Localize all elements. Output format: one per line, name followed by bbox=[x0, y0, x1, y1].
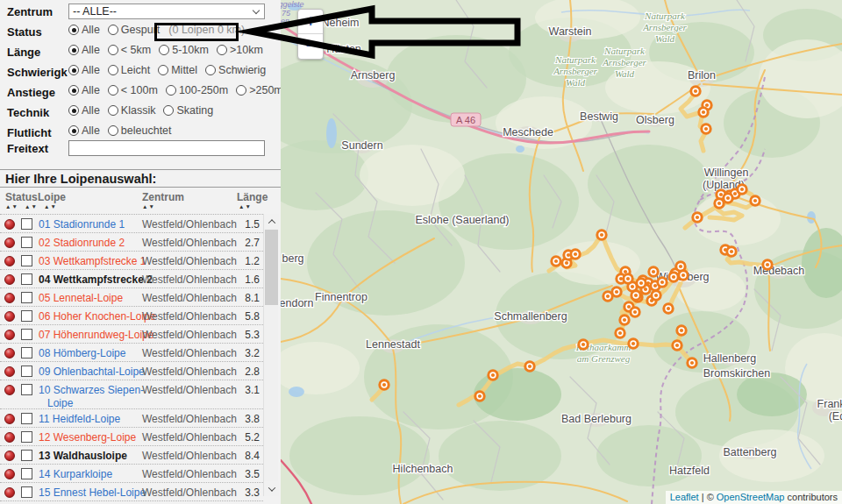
radio-button[interactable] bbox=[159, 45, 169, 55]
trail-name-link[interactable]: 04 Wettkampfstrecke 2 bbox=[39, 273, 153, 286]
trail-marker[interactable] bbox=[763, 260, 772, 269]
trail-marker[interactable] bbox=[699, 108, 708, 117]
sort-arrows[interactable]: ▲▼ bbox=[25, 203, 38, 209]
trail-marker[interactable] bbox=[637, 279, 646, 287]
radio-button[interactable] bbox=[68, 85, 79, 96]
trail-marker[interactable] bbox=[677, 326, 686, 335]
trail-checkbox[interactable] bbox=[21, 255, 32, 266]
scroll-down-button[interactable] bbox=[264, 481, 279, 496]
trail-name-link[interactable]: 15 Ennest Hebel-Loipe bbox=[39, 486, 146, 499]
trail-name-link[interactable]: 03 Wettkampfstrecke 1 bbox=[39, 255, 146, 267]
radio-button[interactable] bbox=[68, 45, 79, 55]
trail-name-link[interactable]: 02 Stadionrunde 2 bbox=[39, 237, 125, 249]
trail-marker[interactable] bbox=[649, 267, 658, 276]
trail-checkbox[interactable] bbox=[21, 292, 32, 303]
trail-marker[interactable] bbox=[673, 341, 681, 350]
sort-arrows[interactable]: ▲▼ bbox=[239, 203, 252, 209]
trail-checkbox[interactable] bbox=[21, 347, 32, 358]
trail-name-link-line2[interactable]: Loipe bbox=[47, 397, 73, 409]
trail-name-link[interactable]: 09 Ohlenbachtal-Loipe bbox=[39, 366, 145, 378]
trail-marker[interactable] bbox=[669, 273, 678, 281]
trail-marker[interactable] bbox=[664, 304, 673, 313]
scroll-up-button[interactable] bbox=[264, 214, 279, 229]
radio-button[interactable] bbox=[108, 105, 118, 116]
trail-marker[interactable] bbox=[475, 392, 484, 401]
trail-checkbox[interactable] bbox=[21, 329, 32, 340]
freitext-input[interactable] bbox=[68, 140, 265, 156]
radio-button[interactable] bbox=[68, 25, 79, 35]
radio-button[interactable] bbox=[68, 65, 79, 75]
trail-checkbox[interactable] bbox=[21, 468, 32, 479]
trail-marker[interactable] bbox=[624, 274, 632, 283]
map[interactable]: A 46NaturparkArnsbergerWaldNaturparkArns… bbox=[281, 0, 842, 504]
radio-button[interactable] bbox=[166, 85, 176, 96]
trail-marker[interactable] bbox=[738, 185, 746, 194]
trail-name-link[interactable]: 14 Kurparkloipe bbox=[39, 468, 112, 480]
trail-name-link[interactable]: 13 Waldhausloipe bbox=[39, 450, 127, 462]
zoom-in-button[interactable]: + bbox=[298, 10, 323, 34]
trail-marker[interactable] bbox=[693, 213, 702, 222]
trail-name-link[interactable]: 07 Höhenrundweg-Loipe bbox=[39, 329, 153, 341]
radio-button[interactable] bbox=[217, 45, 227, 55]
radio-button[interactable] bbox=[108, 125, 118, 136]
trail-checkbox[interactable] bbox=[21, 310, 32, 322]
trail-name-link[interactable]: 10 Schwarzes Siepen- bbox=[39, 384, 144, 396]
trail-marker[interactable] bbox=[724, 194, 732, 202]
sort-arrows[interactable]: ▲▼ bbox=[5, 203, 18, 209]
leaflet-link[interactable]: Leaflet bbox=[670, 492, 699, 502]
trail-marker[interactable] bbox=[715, 199, 724, 208]
trail-marker[interactable] bbox=[616, 329, 624, 337]
trail-checkbox[interactable] bbox=[21, 450, 32, 461]
trail-marker[interactable] bbox=[679, 271, 688, 280]
radio-button[interactable] bbox=[163, 105, 174, 116]
trail-marker[interactable] bbox=[727, 247, 736, 256]
radio-button[interactable] bbox=[236, 85, 246, 96]
trail-marker[interactable] bbox=[652, 291, 660, 300]
table-scrollbar[interactable] bbox=[263, 214, 278, 496]
trail-name-link[interactable]: 06 Hoher Knochen-Loipe bbox=[39, 310, 155, 323]
radio-button[interactable] bbox=[108, 45, 118, 55]
radio-button[interactable] bbox=[158, 65, 168, 75]
trail-name-link[interactable]: 11 Heidfeld-Loipe bbox=[39, 413, 120, 425]
zoom-out-button[interactable]: − bbox=[298, 34, 323, 59]
trail-marker[interactable] bbox=[688, 358, 696, 367]
trail-name-link[interactable]: 12 Wesenberg-Loipe bbox=[39, 431, 136, 444]
trail-marker[interactable] bbox=[380, 380, 389, 389]
trail-marker[interactable] bbox=[579, 340, 588, 349]
trail-marker[interactable] bbox=[552, 257, 560, 266]
sort-arrows[interactable]: ▲▼ bbox=[44, 203, 57, 209]
trail-name-link[interactable]: 08 Hömberg-Loipe bbox=[39, 347, 125, 359]
trail-marker[interactable] bbox=[631, 308, 639, 316]
radio-button[interactable] bbox=[108, 65, 118, 75]
sort-arrows[interactable]: ▲▼ bbox=[142, 203, 155, 209]
trail-marker[interactable] bbox=[525, 362, 534, 371]
radio-button[interactable] bbox=[108, 85, 118, 96]
radio-button[interactable] bbox=[68, 105, 79, 116]
trail-marker[interactable] bbox=[620, 316, 629, 324]
trail-checkbox[interactable] bbox=[21, 273, 32, 285]
trail-marker[interactable] bbox=[603, 292, 612, 301]
trail-checkbox[interactable] bbox=[21, 237, 32, 248]
trail-checkbox[interactable] bbox=[21, 486, 32, 498]
trail-checkbox[interactable] bbox=[21, 218, 32, 230]
radio-button[interactable] bbox=[205, 65, 216, 75]
trail-name-link[interactable]: 05 Lennetal-Loipe bbox=[39, 292, 123, 304]
zentrum-select[interactable]: -- ALLE-- bbox=[68, 4, 265, 19]
trail-marker[interactable] bbox=[658, 278, 667, 287]
trail-marker[interactable] bbox=[629, 339, 638, 348]
trail-marker[interactable] bbox=[597, 231, 606, 239]
trail-checkbox[interactable] bbox=[21, 366, 32, 377]
trail-marker[interactable] bbox=[632, 291, 640, 300]
trail-name-link[interactable]: 01 Stadionrunde 1 bbox=[39, 218, 125, 231]
osm-link[interactable]: OpenStreetMap bbox=[717, 492, 785, 502]
trail-marker[interactable] bbox=[571, 250, 580, 259]
trail-checkbox[interactable] bbox=[21, 384, 32, 395]
radio-button[interactable] bbox=[68, 125, 79, 136]
trail-marker[interactable] bbox=[702, 124, 710, 133]
trail-checkbox[interactable] bbox=[21, 413, 32, 424]
trail-marker[interactable] bbox=[691, 87, 700, 96]
trail-marker[interactable] bbox=[489, 371, 497, 380]
radio-button[interactable] bbox=[108, 25, 118, 35]
scrollbar-thumb[interactable] bbox=[265, 230, 278, 305]
trail-marker[interactable] bbox=[751, 196, 760, 205]
